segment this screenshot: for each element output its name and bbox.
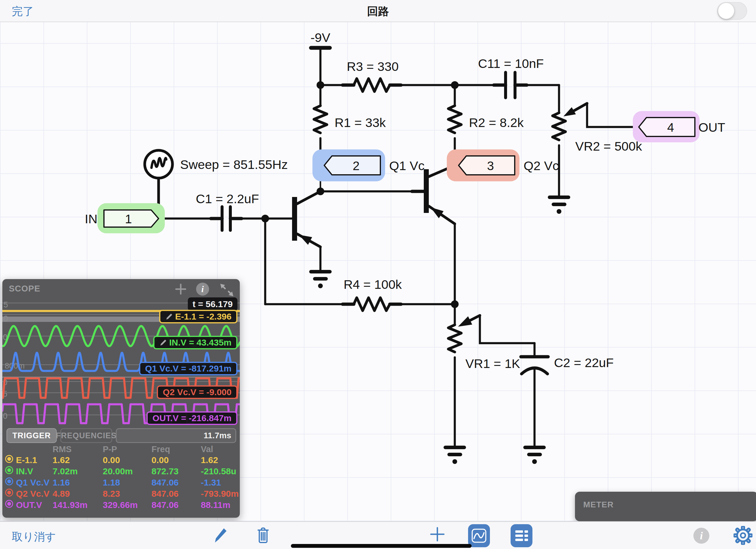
table-value: 20.00m xyxy=(103,466,133,476)
node-number: 1 xyxy=(125,212,132,226)
trace-color-icon[interactable] xyxy=(5,499,14,508)
capacitor-c11[interactable] xyxy=(455,72,559,98)
node-1-in[interactable]: 1 xyxy=(97,203,165,233)
node-number: 4 xyxy=(667,120,674,134)
table-value: 847.06 xyxy=(151,489,179,499)
r4-label: R4 = 100k xyxy=(343,277,402,291)
edit-pencil-icon[interactable] xyxy=(213,527,227,544)
meter-panel[interactable]: METER xyxy=(575,492,756,521)
table-row-label[interactable]: E-1.1 xyxy=(16,455,37,465)
potentiometer-vr1[interactable] xyxy=(448,304,535,447)
q1vc-label: Q1 Vc xyxy=(389,159,425,173)
table-row-label[interactable]: IN.V xyxy=(16,466,33,476)
trace-value-badge-E-1.1[interactable]: E-1.1 = -2.396 xyxy=(159,310,237,323)
info-icon[interactable]: i xyxy=(693,528,709,544)
transistor-q2[interactable] xyxy=(424,165,455,304)
table-column-header: Val xyxy=(201,444,213,454)
pencil-icon xyxy=(165,313,173,320)
table-value: -793.90m xyxy=(201,489,239,499)
home-indicator[interactable] xyxy=(291,544,472,548)
table-value: 0.00 xyxy=(151,455,169,465)
timebase-value: 11.7ms xyxy=(204,431,231,440)
in-label: IN xyxy=(85,212,97,226)
resistor-r3[interactable] xyxy=(343,79,455,92)
transistor-q1[interactable] xyxy=(265,191,320,272)
add-component-icon[interactable] xyxy=(430,527,445,542)
table-value: 1.16 xyxy=(53,478,70,488)
toggle-knob xyxy=(718,3,734,19)
table-row-label[interactable]: Q1 Vc.V xyxy=(16,478,49,488)
table-value: 329.66m xyxy=(103,500,138,510)
r2-label: R2 = 8.2k xyxy=(469,115,524,130)
top-navigation-bar: 完了 回路 xyxy=(0,0,756,22)
c2-label: C2 = 22uF xyxy=(554,356,614,370)
pencil-icon xyxy=(159,339,167,346)
trace-color-icon[interactable] xyxy=(5,466,14,475)
table-row-label[interactable]: Q2 Vc.V xyxy=(16,489,49,499)
node-number: 3 xyxy=(487,159,494,173)
ground-symbol xyxy=(525,447,544,464)
page-title: 回路 xyxy=(0,4,756,19)
r1-label: R1 = 33k xyxy=(335,115,386,130)
scope-axis-tick: 800m xyxy=(5,361,25,370)
c1-label: C1 = 2.2uF xyxy=(196,192,259,206)
table-value: 141.93m xyxy=(53,500,87,510)
trace-value-badge-IN.V[interactable]: IN.V = 43.435m xyxy=(153,336,237,349)
frequencies-button[interactable]: FREQUENCIES xyxy=(60,428,112,443)
c11-label: C11 = 10nF xyxy=(478,56,544,71)
trace-value-badge-Q2 Vc.V[interactable]: Q2 Vc.V = -9.000 xyxy=(157,385,237,399)
table-column-header: P-P xyxy=(103,444,117,454)
undo-button[interactable]: 取り消す xyxy=(12,530,56,544)
table-value: 872.73 xyxy=(151,466,179,476)
table-value: 1.18 xyxy=(103,478,120,488)
table-value: 1.62 xyxy=(53,455,70,465)
table-value: -210.58u xyxy=(201,466,236,476)
scope-panel[interactable]: SCOPE i 500800m050 t = 56.179E-1.1 = -2.… xyxy=(2,279,240,518)
node-3-q2vc[interactable]: 3 xyxy=(447,149,519,181)
table-value: 847.06 xyxy=(151,478,179,488)
table-row-label[interactable]: OUT.V xyxy=(16,500,42,510)
out-label: OUT xyxy=(698,120,725,134)
node-number: 2 xyxy=(353,159,359,173)
table-value: 4.89 xyxy=(53,489,70,499)
trace-value-badge-Q1 Vc.V[interactable]: Q1 Vc.V = -817.291m xyxy=(139,362,237,375)
scope-axis-tick: 0 xyxy=(3,412,7,421)
ground-symbol xyxy=(550,197,568,214)
scope-view-button[interactable] xyxy=(468,524,490,547)
table-value: 8.23 xyxy=(103,489,120,499)
q2vc-label: Q2 Vc xyxy=(524,159,559,173)
vr2-label: VR2 = 500k xyxy=(575,139,642,153)
capacitor-c2[interactable] xyxy=(521,343,548,447)
r3-label: R3 = 330 xyxy=(347,59,399,74)
table-value: 0.00 xyxy=(103,455,120,465)
capacitor-c1[interactable] xyxy=(159,207,265,230)
scope-axis-tick: 5 xyxy=(4,300,8,309)
trace-color-icon[interactable] xyxy=(5,477,14,486)
meter-title: METER xyxy=(583,500,614,509)
ground-symbol xyxy=(445,447,464,464)
table-column-header: Freq xyxy=(151,444,170,454)
trace-value-badge-OUT.V[interactable]: OUT.V = -216.847m xyxy=(146,411,237,425)
node-4-out[interactable]: 4 xyxy=(633,111,700,142)
trigger-button[interactable]: TRIGGER xyxy=(6,428,57,443)
ground-symbol xyxy=(311,272,330,288)
table-value: 7.02m xyxy=(53,466,78,476)
time-cursor-badge[interactable]: t = 56.179 xyxy=(188,297,237,311)
power-toggle[interactable] xyxy=(717,2,747,20)
table-value: -1.31 xyxy=(201,478,221,488)
node-2-q1vc[interactable]: 2 xyxy=(312,149,385,181)
supply-label: -9V xyxy=(311,30,330,45)
sweep-label: Sweep = 851.55Hz xyxy=(180,157,288,172)
trash-icon[interactable] xyxy=(256,527,270,544)
meter-view-button[interactable] xyxy=(511,524,532,547)
supply-minus9v[interactable] xyxy=(311,48,330,85)
app-screen: 完了 回路 xyxy=(0,0,756,549)
table-value: 88.11m xyxy=(201,500,230,510)
table-column-header: RMS xyxy=(53,444,71,454)
settings-gear-icon[interactable] xyxy=(734,526,752,545)
timebase-bar[interactable]: 11.7ms xyxy=(116,428,236,443)
vr1-label: VR1 = 1K xyxy=(465,356,520,371)
table-value: 1.62 xyxy=(201,455,218,465)
trace-color-icon[interactable] xyxy=(5,488,14,497)
trace-color-icon[interactable] xyxy=(5,454,14,463)
